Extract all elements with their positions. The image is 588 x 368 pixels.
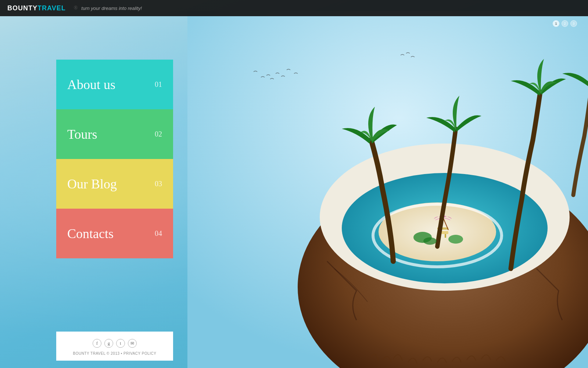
menu-label-our-blog: Our Blog — [67, 176, 155, 192]
logo-bounty: BOUNTY — [7, 4, 37, 12]
svg-rect-9 — [445, 234, 446, 238]
menu-item-our-blog[interactable]: Our Blog 03 — [56, 159, 173, 209]
menu-number-our-blog: 03 — [155, 180, 162, 188]
menu-item-contacts[interactable]: Contacts 04 — [56, 209, 173, 258]
header-tagline: turn your dreams into reality! — [81, 6, 142, 11]
svg-point-12 — [448, 235, 463, 244]
social-icons-group: f g t ✉ — [64, 339, 166, 348]
svg-point-13 — [423, 237, 437, 245]
hero-illustration — [187, 11, 588, 368]
header: BOUNTY TRAVEL ® turn your dreams into re… — [0, 0, 588, 16]
menu-number-about-us: 01 — [155, 80, 162, 89]
menu-number-tours: 02 — [155, 130, 162, 138]
menu-label-contacts: Contacts — [67, 226, 155, 241]
logo[interactable]: BOUNTY TRAVEL — [7, 4, 66, 12]
pagination-dot-2[interactable]: 2 — [562, 20, 568, 27]
social-icon-email[interactable]: ✉ — [128, 339, 137, 348]
pagination-dot-3[interactable]: 3 — [570, 20, 577, 27]
pagination: 1 2 3 — [553, 20, 577, 27]
menu-number-contacts: 04 — [155, 229, 162, 238]
footer-copyright: BOUNTY TRAVEL © 2013 • PRIVACY POLICY — [64, 351, 166, 355]
social-icon-twitter[interactable]: t — [116, 339, 125, 348]
logo-travel: TRAVEL — [37, 4, 66, 12]
social-icon-facebook[interactable]: f — [93, 339, 101, 348]
menu-item-tours[interactable]: Tours 02 — [56, 109, 173, 159]
menu-label-tours: Tours — [67, 127, 155, 142]
menu-item-about-us[interactable]: About us 01 — [56, 60, 173, 109]
footer-card: f g t ✉ BOUNTY TRAVEL © 2013 • PRIVACY P… — [56, 332, 173, 361]
pagination-dot-1[interactable]: 1 — [553, 20, 559, 27]
menu-label-about-us: About us — [67, 77, 155, 92]
header-separator: ® — [74, 5, 78, 11]
sidebar-menu: About us 01 Tours 02 Our Blog 03 Contact… — [56, 60, 173, 258]
social-icon-google-plus[interactable]: g — [104, 339, 113, 348]
